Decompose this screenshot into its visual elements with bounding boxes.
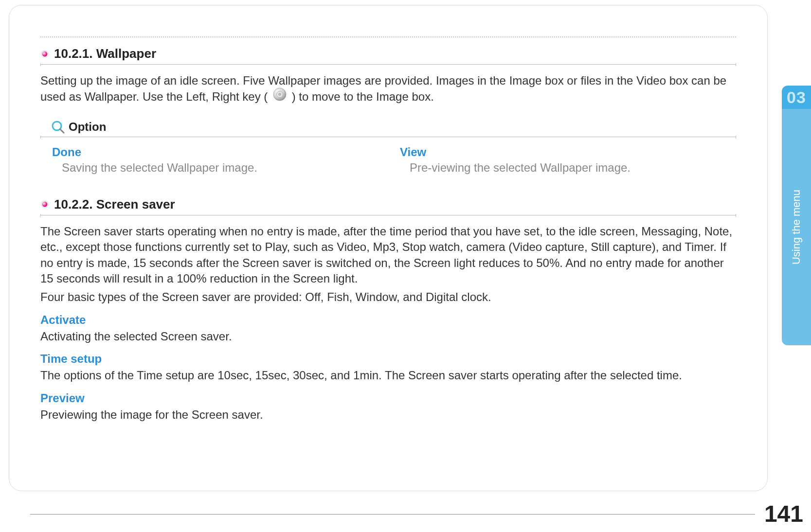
option-label: Option xyxy=(69,120,106,134)
option-rule xyxy=(40,136,736,139)
option-desc: Saving the selected Wallpaper image. xyxy=(62,161,388,175)
entry-desc: Previewing the image for the Screen save… xyxy=(40,407,736,423)
entry-term: Preview xyxy=(40,391,736,405)
entry-desc: The options of the Time setup are 10sec,… xyxy=(40,368,736,383)
svg-line-6 xyxy=(60,129,64,133)
magnifier-icon xyxy=(51,120,65,134)
chapter-number: 03 xyxy=(782,86,811,109)
option-term: Done xyxy=(52,145,388,159)
option-term: View xyxy=(400,145,736,159)
nav-key-icon xyxy=(273,88,287,105)
svg-point-1 xyxy=(42,51,47,56)
option-done: Done Saving the selected Wallpaper image… xyxy=(40,145,388,175)
entry-time-setup: Time setup The options of the Time setup… xyxy=(40,352,736,383)
wallpaper-description: Setting up the image of an idle screen. … xyxy=(40,73,736,106)
bullet-icon xyxy=(40,200,49,209)
chapter-tab-body: Using the menu xyxy=(782,109,811,345)
section-header-screensaver: 10.2.2. Screen saver xyxy=(40,197,736,212)
section-rule xyxy=(40,214,736,217)
entry-preview: Preview Previewing the image for the Scr… xyxy=(40,391,736,423)
side-tab: 03 Using the menu xyxy=(782,86,811,345)
chapter-label: Using the menu xyxy=(790,190,803,265)
top-dotted-divider xyxy=(40,36,736,37)
svg-point-4 xyxy=(278,93,281,96)
option-view: View Pre-viewing the selected Wallpaper … xyxy=(388,145,736,175)
page-number: 141 xyxy=(764,500,803,527)
entry-desc: Activating the selected Screen saver. xyxy=(40,329,736,344)
option-columns: Done Saving the selected Wallpaper image… xyxy=(40,145,736,175)
section-title: 10.2.2. Screen saver xyxy=(54,197,175,212)
section-title: 10.2.1. Wallpaper xyxy=(54,46,156,61)
wallpaper-desc-b: ) to move to the Image box. xyxy=(292,90,434,103)
manual-page: 10.2.1. Wallpaper Setting up the image o… xyxy=(0,0,811,532)
section-header-wallpaper: 10.2.1. Wallpaper xyxy=(40,46,736,61)
content-card: 10.2.1. Wallpaper Setting up the image o… xyxy=(9,5,768,491)
svg-point-8 xyxy=(42,202,47,207)
section-screensaver: 10.2.2. Screen saver The Screen saver st… xyxy=(40,197,736,423)
option-desc: Pre-viewing the selected Wallpaper image… xyxy=(410,161,736,175)
page-number-rule xyxy=(30,514,755,514)
bullet-icon xyxy=(40,50,49,58)
entry-activate: Activate Activating the selected Screen … xyxy=(40,313,736,344)
entry-term: Activate xyxy=(40,313,736,327)
section-rule xyxy=(40,63,736,66)
option-header: Option xyxy=(51,120,736,134)
screensaver-para1: The Screen saver starts operating when n… xyxy=(40,224,736,287)
entry-term: Time setup xyxy=(40,352,736,366)
screensaver-para2: Four basic types of the Screen saver are… xyxy=(40,289,736,305)
